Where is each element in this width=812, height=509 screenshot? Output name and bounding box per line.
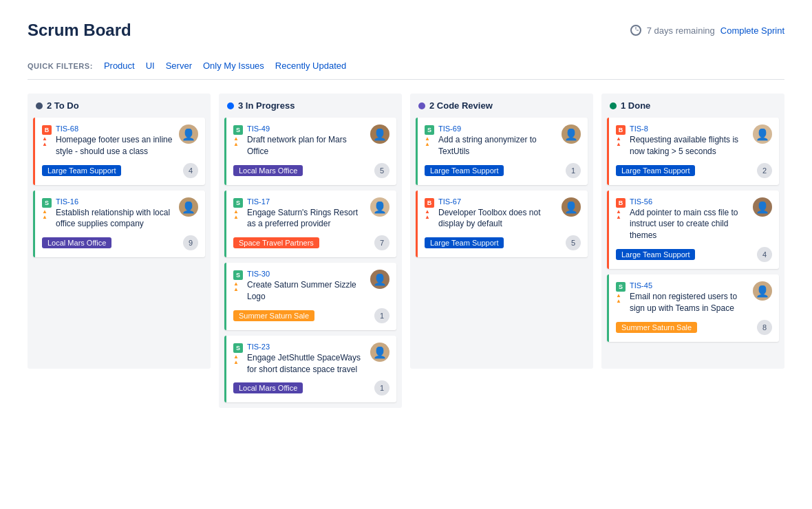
- card-content: TIS-49 Draft network plan for Mars Offic…: [247, 124, 365, 158]
- column-codereview: 2 Code Review S ▲ ▲: [410, 94, 593, 369]
- avatar: [370, 124, 389, 144]
- card-content: TIS-67 Developer Toolbox does not displa…: [438, 197, 556, 230]
- card-TIS-67[interactable]: B ▲ ▲ TIS-67 Developer Toolbox does not …: [416, 191, 588, 258]
- card-TIS-56[interactable]: B ▲ ▲ TIS-56 Add pointer to main css fil…: [607, 191, 779, 269]
- card-footer: Local Mars Office 5: [233, 163, 389, 178]
- avatar: [753, 197, 772, 217]
- card-content: TIS-56 Add pointer to main css file to i…: [630, 197, 747, 241]
- card-content: TIS-45 Email non registered users to sig…: [630, 281, 747, 314]
- card-meta: B ▲ ▲ TIS-8 Requesting available flights…: [616, 124, 747, 158]
- card-TIS-8[interactable]: B ▲ ▲ TIS-8 Requesting available flights…: [607, 118, 779, 185]
- column-codereview-title: 2 Code Review: [429, 100, 493, 111]
- filter-product[interactable]: Product: [104, 61, 135, 71]
- priority-icon: ▲ ▲: [233, 209, 243, 220]
- card-title: Developer Toolbox does not display by de…: [438, 207, 556, 230]
- quick-filters-label: QUICK FILTERS:: [28, 62, 93, 70]
- card-id: TIS-8: [630, 124, 747, 133]
- card-footer: Large Team Support 4: [42, 163, 198, 178]
- card-title: Establish relationship with local office…: [56, 207, 173, 230]
- card-top: B ▲ ▲ TIS-8 Requesting available flights…: [616, 124, 772, 158]
- bug-icon: B: [42, 125, 52, 135]
- card-title: Add a string anonymizer to TextUtils: [438, 134, 556, 158]
- card-icons: S ▲ ▲: [616, 282, 626, 304]
- card-TIS-68[interactable]: B ▲ ▲ TIS-68 Homepage footer uses an inl…: [33, 118, 205, 185]
- complete-sprint-button[interactable]: Complete Sprint: [720, 25, 784, 36]
- card-meta: S ▲ ▲ TIS-16 Establish relationship with…: [42, 197, 173, 230]
- card-title: Engage Saturn's Rings Resort as a prefer…: [247, 207, 365, 230]
- badge: 5: [566, 235, 581, 250]
- avatar: [370, 343, 389, 362]
- priority-icon: ▲ ▲: [616, 209, 626, 220]
- column-inprogress-body: S ▲ ▲ TIS-49 Draft network plan for Mars…: [219, 118, 402, 408]
- card-footer: Large Team Support 2: [616, 163, 772, 178]
- card-TIS-17[interactable]: S ▲ ▲ TIS-17 Engage Saturn's Rings Resor…: [224, 191, 396, 258]
- badge: 1: [374, 308, 389, 323]
- tag: Local Mars Office: [42, 237, 111, 248]
- card-icons: S ▲ ▲: [425, 125, 434, 147]
- card-content: TIS-23 Engage JetShuttle SpaceWays for s…: [247, 343, 365, 376]
- card-id: TIS-17: [247, 197, 365, 206]
- sprint-info: 7 days remaining Complete Sprint: [630, 25, 784, 36]
- filter-ui[interactable]: UI: [146, 61, 155, 71]
- card-content: TIS-68 Homepage footer uses an inline st…: [56, 124, 173, 158]
- priority-icon: ▲ ▲: [425, 136, 434, 147]
- card-title: Homepage footer uses an inline style - s…: [56, 134, 173, 158]
- card-footer: Large Team Support 1: [425, 163, 581, 178]
- card-title: Add pointer to main css file to instruct…: [630, 207, 747, 241]
- card-top: S ▲ ▲ TIS-17 Engage Saturn's Rings Resor…: [233, 197, 389, 230]
- badge: 8: [757, 320, 772, 335]
- story-icon: S: [233, 343, 243, 353]
- bug-icon: B: [425, 198, 434, 208]
- days-remaining: 7 days remaining: [647, 25, 715, 36]
- card-TIS-69[interactable]: S ▲ ▲ TIS-69 Add a string anonymizer to …: [416, 118, 588, 185]
- card-TIS-49[interactable]: S ▲ ▲ TIS-49 Draft network plan for Mars…: [224, 118, 396, 185]
- story-icon: S: [42, 198, 52, 208]
- card-TIS-45[interactable]: S ▲ ▲ TIS-45 Email non registered users …: [607, 274, 779, 342]
- card-footer: Summer Saturn Sale 8: [616, 320, 772, 335]
- tag: Large Team Support: [42, 165, 121, 176]
- card-icons: S ▲ ▲: [233, 198, 243, 220]
- filter-server[interactable]: Server: [166, 61, 192, 71]
- card-id: TIS-30: [247, 270, 365, 278]
- priority-icon: ▲ ▲: [42, 209, 52, 220]
- card-TIS-30[interactable]: S ▲ ▲ TIS-30 Create Saturn Summer Sizzle…: [224, 263, 396, 330]
- card-TIS-16[interactable]: S ▲ ▲ TIS-16 Establish relationship with…: [33, 191, 205, 258]
- priority-icon: ▲ ▲: [616, 293, 626, 304]
- column-codereview-body: S ▲ ▲ TIS-69 Add a string anonymizer to …: [410, 118, 593, 263]
- badge: 4: [183, 163, 198, 178]
- card-id: TIS-68: [56, 124, 173, 133]
- card-meta: B ▲ ▲ TIS-68 Homepage footer uses an inl…: [42, 124, 173, 158]
- card-content: TIS-17 Engage Saturn's Rings Resort as a…: [247, 197, 365, 230]
- badge: 4: [757, 247, 772, 262]
- column-inprogress-header: 3 In Progress: [219, 94, 402, 118]
- card-id: TIS-16: [56, 197, 173, 206]
- clock-icon: [630, 25, 641, 36]
- tag: Local Mars Office: [233, 165, 303, 176]
- card-title: Create Saturn Summer Sizzle Logo: [247, 279, 365, 303]
- card-meta: S ▲ ▲ TIS-23 Engage JetShuttle SpaceWays…: [233, 343, 365, 376]
- card-icons: S ▲ ▲: [233, 270, 243, 292]
- card-TIS-23[interactable]: S ▲ ▲ TIS-23 Engage JetShuttle SpaceWays…: [224, 336, 396, 403]
- priority-icon: ▲ ▲: [425, 209, 434, 220]
- bug-icon: B: [616, 198, 626, 208]
- card-meta: S ▲ ▲ TIS-69 Add a string anonymizer to …: [425, 124, 556, 158]
- card-content: TIS-8 Requesting available flights is no…: [630, 124, 747, 158]
- card-top: B ▲ ▲ TIS-56 Add pointer to main css fil…: [616, 197, 772, 241]
- column-inprogress-title: 3 In Progress: [238, 100, 295, 111]
- column-todo-body: B ▲ ▲ TIS-68 Homepage footer uses an inl…: [28, 118, 211, 263]
- column-done-body: B ▲ ▲ TIS-8 Requesting available flights…: [601, 118, 784, 347]
- column-inprogress: 3 In Progress S ▲ ▲: [219, 94, 402, 408]
- board: 2 To Do B ▲ ▲: [28, 94, 784, 408]
- card-footer: Local Mars Office 9: [42, 235, 198, 250]
- avatar: [179, 124, 198, 144]
- card-id: TIS-45: [630, 281, 747, 290]
- column-todo: 2 To Do B ▲ ▲: [28, 94, 211, 369]
- tag: Space Travel Partners: [233, 237, 319, 248]
- tag: Large Team Support: [616, 249, 695, 260]
- filter-recently-updated[interactable]: Recently Updated: [275, 61, 346, 71]
- tag: Local Mars Office: [233, 382, 303, 393]
- card-id: TIS-67: [438, 197, 556, 206]
- card-footer: Large Team Support 5: [425, 235, 581, 250]
- filter-only-my-issues[interactable]: Only My Issues: [203, 61, 264, 71]
- card-meta: S ▲ ▲ TIS-30 Create Saturn Summer Sizzle…: [233, 270, 365, 303]
